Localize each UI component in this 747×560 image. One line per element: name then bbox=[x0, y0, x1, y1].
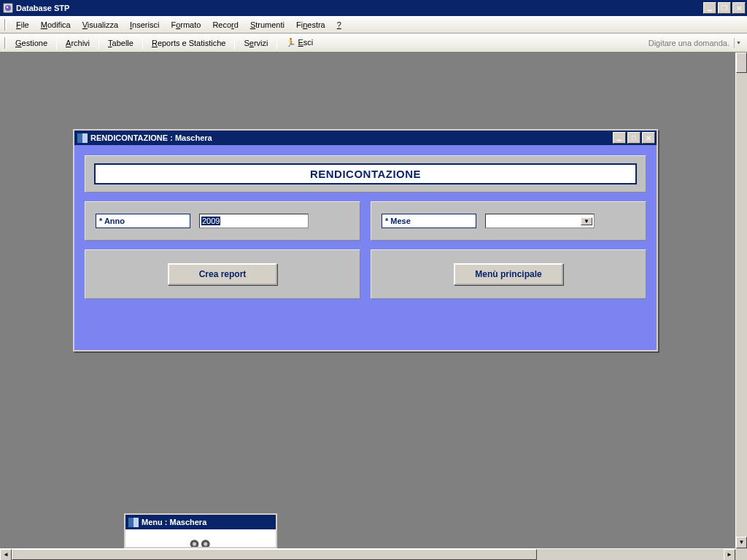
svg-point-1 bbox=[7, 7, 8, 8]
hscroll-right-button[interactable]: ► bbox=[724, 549, 735, 560]
restore-button[interactable]: ❐ bbox=[718, 2, 731, 14]
form-title: RENDICONTAZIONE : Maschera bbox=[90, 133, 613, 142]
vscroll-thumb[interactable] bbox=[736, 52, 747, 73]
menu-file[interactable]: File bbox=[11, 19, 34, 31]
toolbar-gestione[interactable]: Gestione bbox=[9, 37, 53, 49]
svg-point-0 bbox=[5, 5, 11, 11]
app-title: Database STP bbox=[16, 4, 703, 12]
rendicontazione-window: RENDICONTAZIONE : Maschera ▁ □ ✕ RENDICO… bbox=[73, 129, 658, 351]
close-button[interactable]: ✕ bbox=[732, 2, 746, 14]
menu-finestra[interactable]: Finestra bbox=[291, 19, 330, 31]
menu-form-titlebar[interactable]: Menu : Maschera bbox=[125, 515, 276, 529]
chevron-down-icon[interactable] bbox=[581, 217, 592, 225]
menu-window: Menu : Maschera bbox=[124, 513, 277, 548]
vertical-scrollbar[interactable]: ▼ bbox=[735, 52, 747, 548]
form-close-button[interactable]: ✕ bbox=[642, 132, 655, 144]
menu-form-title: Menu : Maschera bbox=[142, 518, 274, 526]
menu-principale-button[interactable]: Menù principale bbox=[454, 263, 563, 285]
menu-visualizza[interactable]: Visualizza bbox=[77, 19, 123, 31]
toolbar-servizi[interactable]: Servizi bbox=[238, 37, 274, 49]
horizontal-scrollbar[interactable]: ◄ ► bbox=[0, 548, 735, 560]
menu-strumenti[interactable]: Strumenti bbox=[245, 19, 290, 31]
app-titlebar: Database STP ▁ ❐ ✕ bbox=[0, 0, 747, 16]
toolbar: Gestione Archivi Tabelle Reports e Stati… bbox=[0, 34, 747, 52]
form-titlebar[interactable]: RENDICONTAZIONE : Maschera ▁ □ ✕ bbox=[74, 131, 657, 145]
form-icon bbox=[77, 133, 88, 143]
anno-label: * Anno bbox=[96, 214, 190, 228]
menu-help[interactable]: ? bbox=[332, 19, 347, 31]
toolbar-esci[interactable]: 🏃Esci bbox=[280, 36, 319, 49]
toolbar-tabelle[interactable]: Tabelle bbox=[102, 37, 139, 49]
menubar: File Modifica Visualizza Inserisci Forma… bbox=[0, 16, 747, 34]
heading-panel: RENDICONTAZIONE bbox=[85, 155, 646, 192]
form-maximize-button[interactable]: □ bbox=[627, 132, 640, 144]
scroll-corner bbox=[735, 548, 747, 560]
form-minimize-button[interactable]: ▁ bbox=[613, 132, 626, 144]
mdi-workspace: RENDICONTAZIONE : Maschera ▁ □ ✕ RENDICO… bbox=[0, 52, 747, 560]
menu-record[interactable]: Record bbox=[207, 19, 243, 31]
form-heading: RENDICONTAZIONE bbox=[94, 163, 637, 184]
anno-panel: * Anno 2009 bbox=[85, 201, 360, 241]
menu-modifica[interactable]: Modifica bbox=[36, 19, 76, 31]
exit-icon: 🏃 bbox=[286, 38, 296, 47]
app-icon bbox=[3, 3, 13, 13]
menu-inserisci[interactable]: Inserisci bbox=[125, 19, 164, 31]
toolbar-reports[interactable]: Reports e Statistiche bbox=[146, 37, 232, 49]
ask-dropdown[interactable] bbox=[734, 38, 743, 48]
svg-point-5 bbox=[204, 542, 207, 546]
svg-point-3 bbox=[193, 542, 196, 546]
ask-box[interactable]: Digitare una domanda. bbox=[649, 39, 734, 47]
hscroll-track[interactable] bbox=[12, 549, 724, 560]
form-icon bbox=[128, 518, 139, 527]
menu-formato[interactable]: Formato bbox=[166, 19, 206, 31]
hscroll-left-button[interactable]: ◄ bbox=[0, 549, 12, 560]
mese-label: * Mese bbox=[382, 214, 476, 228]
gear-icon bbox=[188, 534, 213, 547]
hscroll-thumb[interactable] bbox=[12, 549, 537, 560]
crea-report-panel: Crea report bbox=[85, 249, 360, 299]
mese-panel: * Mese bbox=[371, 201, 646, 241]
vscroll-down-button[interactable]: ▼ bbox=[736, 537, 747, 548]
menu-principale-panel: Menù principale bbox=[371, 249, 646, 299]
toolbar-handle[interactable] bbox=[4, 37, 7, 49]
mese-combo[interactable] bbox=[485, 214, 595, 228]
crea-report-button[interactable]: Crea report bbox=[168, 263, 277, 285]
anno-value: 2009 bbox=[201, 217, 220, 225]
toolbar-archivi[interactable]: Archivi bbox=[60, 37, 96, 49]
anno-input[interactable]: 2009 bbox=[199, 214, 309, 228]
menubar-handle[interactable] bbox=[4, 19, 7, 31]
minimize-button[interactable]: ▁ bbox=[703, 2, 716, 14]
